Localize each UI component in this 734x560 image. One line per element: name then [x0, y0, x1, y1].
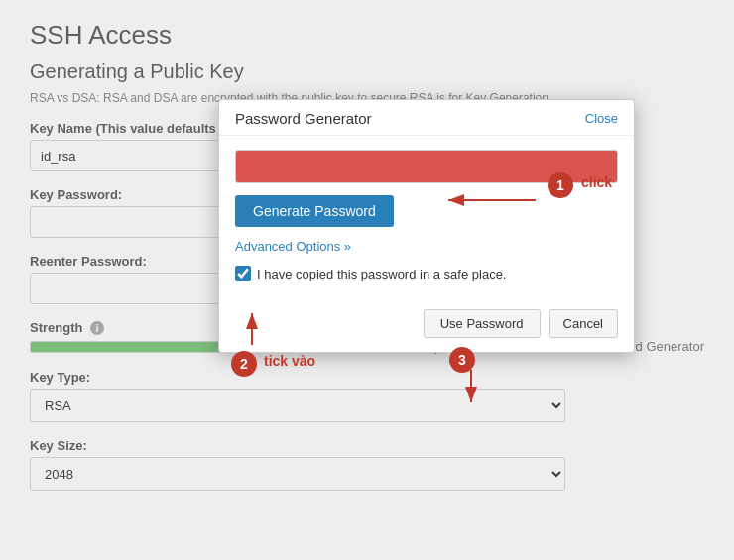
modal-header: Password Generator Close	[219, 100, 634, 136]
annotation-text-1: click	[581, 174, 612, 190]
modal-close-button[interactable]: Close	[585, 111, 618, 126]
cancel-button[interactable]: Cancel	[549, 309, 618, 338]
modal-title: Password Generator	[235, 110, 372, 127]
annotation-badge-2: 2	[231, 351, 257, 377]
password-generator-modal: Password Generator Close Generate Passwo…	[218, 99, 635, 353]
copied-password-checkbox[interactable]	[235, 266, 251, 281]
generate-password-button[interactable]: Generate Password	[235, 195, 394, 227]
annotation-badge-3: 3	[449, 347, 475, 373]
modal-body: Generate Password Advanced Options » I h…	[219, 136, 634, 309]
advanced-options-link[interactable]: Advanced Options »	[235, 239, 618, 254]
modal-footer: Use Password Cancel	[219, 309, 634, 352]
copied-password-checkbox-row: I have copied this password in a safe pl…	[235, 266, 618, 281]
use-password-button[interactable]: Use Password	[424, 309, 541, 338]
annotation-text-2: tick vào	[264, 353, 315, 369]
copied-password-label: I have copied this password in a safe pl…	[257, 267, 506, 281]
annotation-badge-1: 1	[548, 172, 573, 198]
